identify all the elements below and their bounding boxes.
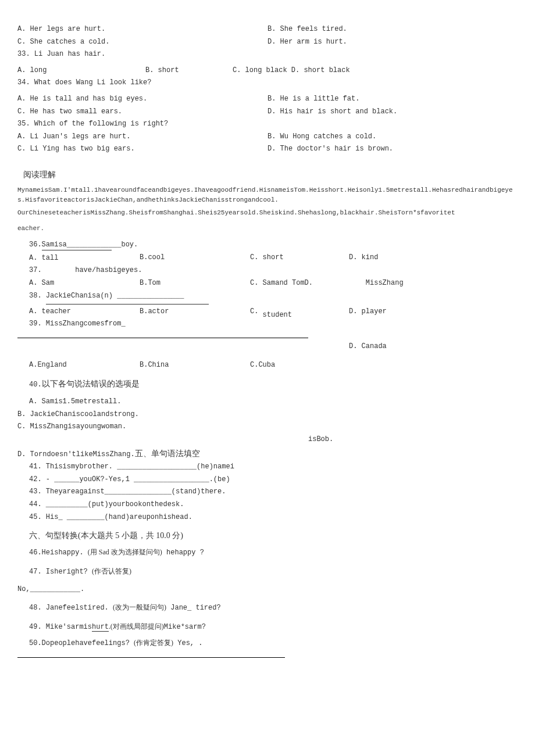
q47: 47. Isheright? (作否认答复) bbox=[29, 565, 518, 579]
q33-a: A. long bbox=[17, 65, 145, 77]
q46-mid: (用 Sad 改为选择疑问句) bbox=[88, 548, 162, 556]
q36-d-text: kind bbox=[362, 253, 379, 261]
q40-d-suffix: 五、单句语法填空 bbox=[135, 449, 200, 458]
reading-title: 阅读理解 bbox=[23, 167, 518, 182]
q34-a: A. He is tall and has big eyes. bbox=[17, 93, 268, 106]
q38-a-text: teacher bbox=[42, 307, 71, 316]
q38-d-text: player bbox=[362, 307, 387, 316]
reading-passage-1: MynameisSam.I'mtall.1havearoundfaceandbi… bbox=[17, 185, 518, 205]
q49-post: Mike*sarm? bbox=[164, 623, 206, 631]
q41: 41. Thisismybrother. ___________________… bbox=[29, 461, 518, 474]
q48-post: Jane_ tired? bbox=[170, 604, 220, 612]
q50-post: Yes, . bbox=[177, 639, 202, 647]
q32-d: D. Her arm is hurt. bbox=[268, 36, 518, 49]
q37-opts: A. Sam B.Tom C. Samand TomD. MissZhang bbox=[29, 277, 518, 290]
q35-b: B. Wu Hong catches a cold. bbox=[268, 131, 518, 144]
q36-d: D. kind bbox=[349, 252, 442, 265]
q37-stem: 37. have/hasbigeyes. bbox=[29, 264, 518, 277]
q35-a: A. Li Juan's legs are hurt. bbox=[17, 131, 268, 144]
q35-d: D. The doctor's hair is brown. bbox=[268, 143, 518, 156]
q38-underline bbox=[46, 304, 209, 305]
q40-d-prefix: D. Torndoesn'tlikeMissZhang. bbox=[17, 450, 135, 458]
q36-blank: _____________ bbox=[67, 241, 122, 249]
q40-text: 以下各句说法错误的选项是 bbox=[42, 379, 140, 388]
q37-stem-text: 37. bbox=[29, 266, 42, 274]
q40-num: 40. bbox=[29, 381, 42, 389]
q50-mid: (作肯定答复) bbox=[134, 639, 173, 647]
q44: 44. __________(put)yourbookonthedesk. bbox=[29, 499, 518, 511]
q49: 49. Mike'sarmishurt.(对画线局部提问)Mike*sarm? bbox=[29, 621, 518, 634]
q47-post: (作否认答复) bbox=[92, 567, 131, 575]
q34-row1: A. He is tall and has big eyes. B. He is… bbox=[17, 93, 518, 106]
q34-d: D. His hair is short and black. bbox=[268, 106, 518, 119]
q36-stem-text: 36.Samisa bbox=[29, 241, 67, 249]
q40-b: B. JackieChaniscoolandstrong. bbox=[17, 409, 518, 421]
q37-d: MissZhang bbox=[349, 277, 442, 290]
q39-d-text: Canada bbox=[362, 342, 387, 350]
q39-opts: A.England B.China C.Cuba bbox=[29, 359, 518, 372]
q37-suffix: have/hasbigeyes. bbox=[75, 266, 142, 274]
q36-opts: A. tall B.cool C. short D. kind bbox=[29, 252, 518, 265]
reading-passage-3: eacher. bbox=[17, 224, 518, 234]
q42: 42. - ______youOK?-Yes,1 _______________… bbox=[29, 474, 518, 486]
q45: 45. His_ _________(hand)areuponhishead. bbox=[29, 511, 518, 524]
section6-title: 六、句型转换(本大题共 5 小题，共 10.0 分) bbox=[29, 528, 518, 543]
q46-post: hehappy ? bbox=[166, 549, 204, 557]
q32-row1: A. Her legs are hurt. B. She feels tired… bbox=[17, 23, 518, 36]
q46-pre: 46.Heishappy. bbox=[29, 549, 84, 557]
q50-pre: 50.Dopeoplehavefeelings? bbox=[29, 639, 130, 647]
q40-stem: 40.以下各句说法错误的选项是 bbox=[29, 377, 518, 392]
q40-a: A. Samis1.5metrestall. bbox=[29, 396, 518, 409]
q33-b: B. short bbox=[145, 65, 233, 77]
q34-row2: C. He has two small ears. D. His hair is… bbox=[17, 106, 518, 119]
q40-float: isBob. bbox=[308, 433, 518, 446]
q39-c: C.Cuba bbox=[250, 359, 275, 372]
q35-stem: 35. Which of the following is right? bbox=[17, 118, 518, 131]
q34-b: B. He is a little fat. bbox=[268, 93, 518, 106]
q37-c: C. Samand TomD. bbox=[250, 277, 349, 290]
q36-stem-suffix: boy. bbox=[121, 241, 138, 249]
q36-a-text: tall bbox=[42, 254, 59, 262]
q49-pre: 49. Mike'sarmis bbox=[29, 623, 92, 631]
q49-under: hurt bbox=[92, 623, 109, 632]
q48-mid: (改为一般疑问句) bbox=[113, 603, 166, 611]
q35-row2: C. Li Ying has two big ears. D. The doct… bbox=[17, 143, 518, 156]
q50-underline-row bbox=[17, 650, 518, 663]
q39-b: B.China bbox=[140, 359, 250, 372]
q46: 46.Heishappy. (用 Sad 改为选择疑问句) hehappy ? bbox=[29, 546, 518, 560]
q33-stem: 33. Li Juan has hair. bbox=[17, 48, 518, 61]
q48-pre: 48. Janefeelstired. bbox=[29, 604, 109, 612]
q33-opts: A. long B. short C. long black D. short … bbox=[17, 65, 518, 77]
q38-c-text: student bbox=[263, 311, 292, 319]
q36-a: A. tall bbox=[29, 252, 140, 265]
q36-c-text: short bbox=[263, 253, 284, 261]
q47-ans: No,____________. bbox=[17, 583, 518, 596]
q38-a: A. teacher bbox=[29, 306, 140, 318]
q43: 43. Theyareagainst________________(stand… bbox=[29, 486, 518, 499]
q33-cd: C. long black D. short black bbox=[233, 65, 350, 77]
q37-c-text: Samand TomD. bbox=[263, 279, 313, 287]
q34-stem: 34. What does Wang Li look like? bbox=[17, 77, 518, 89]
q37-a-text: Sam bbox=[42, 279, 55, 287]
q50-underline bbox=[17, 656, 285, 658]
q48: 48. Janefeelstired. (改为一般疑问句) Jane_ tire… bbox=[29, 601, 518, 615]
q35-row1: A. Li Juan's legs are hurt. B. Wu Hong c… bbox=[17, 131, 518, 144]
q35-c: C. Li Ying has two big ears. bbox=[17, 143, 268, 156]
q50: 50.Dopeoplehavefeelings? (作肯定答复) Yes, . bbox=[29, 637, 518, 650]
q37-d-text: MissZhang bbox=[366, 279, 404, 287]
reading-passage-2: OurChineseteacherisMissZhang.SheisfromSh… bbox=[17, 208, 518, 218]
q39-d-row: D. Canada bbox=[349, 341, 518, 353]
q38-d: D. player bbox=[349, 306, 442, 318]
q47-pre: 47. Isheright? bbox=[29, 568, 88, 576]
q38-opts: A. teacher B.actor C. student D. player bbox=[29, 306, 518, 318]
q38-b: B.actor bbox=[140, 306, 250, 318]
q32-row2: C. She catches a cold. D. Her arm is hur… bbox=[17, 36, 518, 49]
q40-d: D. Torndoesn'tlikeMissZhang.五、单句语法填空 bbox=[17, 446, 518, 461]
q37-a: A. Sam bbox=[29, 277, 140, 290]
q49-mid: .(对画线局部提问) bbox=[109, 622, 164, 630]
q38-c: C. student bbox=[250, 306, 349, 318]
q32-a: A. Her legs are hurt. bbox=[17, 23, 268, 36]
q36-c: C. short bbox=[250, 252, 349, 265]
q39-a: A.England bbox=[29, 359, 140, 372]
q40-c: C. MissZhangisayoungwoman. bbox=[17, 421, 518, 433]
